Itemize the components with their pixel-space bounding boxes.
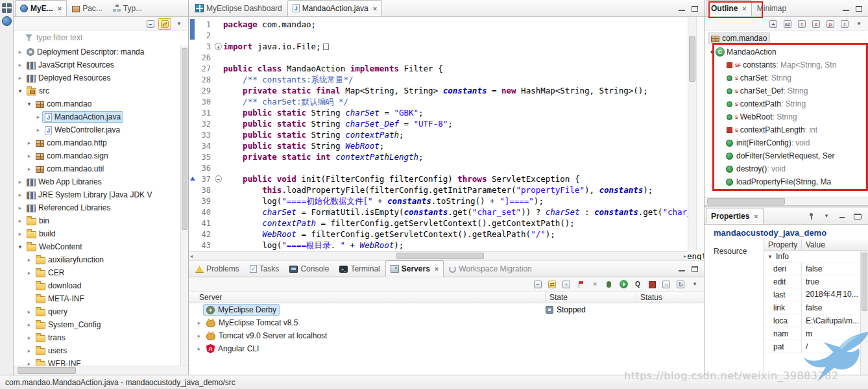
minimize-button[interactable] (841, 3, 851, 14)
workspace-icon[interactable] (2, 16, 12, 26)
tree-item[interactable]: ▾com.mandao (14, 97, 180, 110)
debug-button[interactable] (603, 279, 616, 290)
view-menu-button[interactable] (820, 210, 833, 222)
twistie-icon[interactable]: ▾ (708, 49, 716, 55)
tree-item[interactable]: ▸trans (14, 331, 180, 344)
column-header-status[interactable]: Status (636, 293, 704, 302)
hide-non-public-button[interactable] (824, 18, 837, 30)
column-header-property[interactable]: Property (764, 239, 802, 250)
tree-item[interactable]: ▸query (14, 305, 180, 318)
remove-button[interactable] (588, 279, 601, 290)
fold-toggle-icon[interactable]: + (215, 43, 222, 50)
twistie-icon[interactable]: ▸ (16, 192, 24, 198)
close-icon[interactable]: × (58, 5, 62, 12)
twistie-icon[interactable]: ▸ (25, 153, 33, 159)
column-header-value[interactable]: Value (802, 240, 868, 249)
fold-toggle-icon[interactable]: − (215, 175, 222, 182)
clean-button[interactable] (674, 279, 687, 290)
filter-input[interactable] (36, 33, 153, 42)
tree-item[interactable]: ▸Referenced Libraries (14, 201, 180, 214)
twistie-icon[interactable]: ▸ (25, 140, 33, 146)
twistie-icon[interactable]: ▸ (195, 345, 203, 352)
collapse-all-button[interactable] (531, 279, 544, 290)
twistie-icon[interactable]: ▸ (16, 205, 24, 211)
tree-item[interactable]: ▸bin (14, 214, 180, 227)
outline-item[interactable]: ▾MandaoAction (705, 45, 868, 58)
tab-console[interactable]: Console (284, 260, 334, 277)
tab-properties[interactable]: Properties × (706, 208, 764, 224)
server-row[interactable]: ▸Tomcat v9.0 Server at localhost (189, 329, 704, 342)
scrollbar-thumb[interactable] (18, 367, 76, 374)
scroll-left-icon[interactable]: ◂ (190, 252, 193, 260)
tree-item[interactable]: ▸com.mandao.util (14, 162, 180, 175)
property-row[interactable]: edittrue (764, 275, 868, 288)
outline-item[interactable]: init(FilterConfig) : void (705, 136, 868, 149)
tree-item[interactable]: ▸com.mandao.http (14, 136, 180, 149)
twistie-icon[interactable]: ▸ (25, 334, 33, 341)
tab-terminal[interactable]: Terminal (334, 260, 385, 277)
twistie-icon[interactable]: ▾ (25, 101, 33, 107)
minimize-button[interactable] (677, 264, 687, 274)
tree-item[interactable]: ▾WebContent (14, 240, 180, 253)
outline-item[interactable]: SWebRoot : String (705, 110, 868, 123)
maximize-button[interactable] (690, 264, 700, 274)
collapse-all-button[interactable] (144, 18, 157, 30)
tree-item[interactable]: ▸Deployment Descriptor: manda (14, 45, 180, 58)
tab-workspace-migration[interactable]: Workspace Migration (444, 260, 537, 277)
property-row[interactable]: derifalse (764, 262, 868, 275)
twistie-icon[interactable]: ▸ (16, 179, 24, 185)
editor-vertical-scrollbar[interactable] (688, 17, 696, 251)
scrollbar-thumb[interactable] (182, 48, 187, 230)
tab-minimap[interactable]: Minimap (752, 0, 791, 16)
tree-item[interactable]: ▸WebController.java (14, 123, 180, 136)
profile-button[interactable] (631, 279, 644, 290)
twistie-icon[interactable]: ▸ (195, 333, 203, 339)
twistie-icon[interactable]: ▸ (25, 308, 33, 315)
maximize-button[interactable] (851, 210, 864, 222)
tree-item[interactable]: ▸System_Config (14, 318, 180, 331)
tab-servers[interactable]: Servers× (385, 260, 444, 277)
twistie-icon[interactable]: ▾ (16, 244, 24, 250)
close-icon[interactable]: × (373, 5, 377, 12)
tree-item[interactable]: ▸Deployed Resources (14, 71, 180, 84)
twistie-icon[interactable]: ▸ (25, 270, 33, 276)
code-editor[interactable]: 1package com.mandao;23+import java.io.Fi… (189, 17, 704, 260)
twistie-icon[interactable]: ▸ (16, 75, 24, 81)
tree-item[interactable]: ▸CER (14, 266, 180, 279)
publish-button[interactable] (660, 279, 673, 290)
maximize-button[interactable] (690, 3, 700, 14)
sort-button[interactable] (781, 18, 794, 30)
property-row[interactable]: linkfalse (764, 301, 868, 314)
close-icon[interactable]: × (742, 5, 746, 12)
property-row[interactable]: last2018年4月10... (764, 288, 868, 301)
tree-item[interactable]: download (14, 279, 180, 292)
server-row[interactable]: ▸MyEclipse Tomcat v8.5 (189, 316, 704, 329)
twistie-icon[interactable]: ▸ (25, 321, 33, 328)
hide-local-types-button[interactable] (838, 18, 851, 30)
tree-item[interactable]: ▸build (14, 227, 180, 240)
outline-item[interactable]: destroy() : void (705, 162, 868, 175)
editor-horizontal-scrollbar[interactable]: ◂ ▸ (189, 251, 688, 260)
explorer-horizontal-scrollbar[interactable] (14, 366, 188, 375)
property-row[interactable]: locaE:\Caifupai\m... (764, 314, 868, 327)
start-button[interactable] (617, 279, 630, 290)
twistie-icon[interactable]: ▸ (25, 166, 33, 172)
tab-type-hierarchy[interactable]: Typ... (108, 0, 147, 16)
tab-myeclipse-explorer[interactable]: MyE...× (15, 0, 67, 16)
link-with-editor-button[interactable] (158, 18, 171, 30)
new-server-button[interactable] (560, 279, 573, 290)
server-row[interactable]: ▸Angular CLI (189, 342, 704, 355)
twistie-icon[interactable]: ▸ (195, 320, 203, 326)
outline-package-row[interactable]: com.mandao (705, 32, 868, 44)
scrollbar-thumb[interactable] (396, 253, 484, 259)
link-with-editor-button[interactable] (546, 279, 559, 290)
tab-tasks[interactable]: Tasks (245, 260, 285, 277)
tab-outline[interactable]: Outline × (706, 0, 752, 16)
column-header-server[interactable]: Server (189, 292, 546, 303)
scroll-right-icon[interactable]: ▸ (684, 252, 686, 260)
tree-item[interactable]: ▾src (14, 84, 180, 97)
twistie-icon[interactable]: ▸ (34, 114, 42, 120)
tree-item[interactable]: ▸JavaScript Resources (14, 58, 180, 71)
tree-item[interactable]: ▸WEB-INF (14, 357, 180, 366)
column-header-state[interactable]: State (546, 292, 636, 303)
